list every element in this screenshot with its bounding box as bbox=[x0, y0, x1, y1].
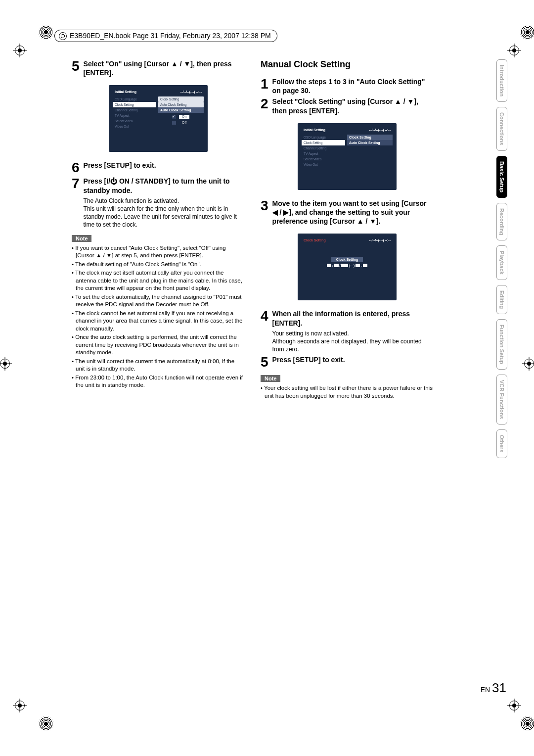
page-number: EN 31 bbox=[481, 680, 506, 696]
tab-introduction[interactable]: Introduction bbox=[496, 59, 507, 102]
osd-menu-item: Select Video bbox=[302, 156, 345, 162]
tab-editing[interactable]: Editing bbox=[496, 285, 507, 314]
note-item: The clock cannot be set automatically if… bbox=[72, 310, 245, 333]
osd-menu-item: Channel Setting bbox=[302, 145, 345, 151]
step-7: 7 Press [I/⏻ ON / STANDBY] to turn the u… bbox=[72, 177, 245, 229]
osd-time: --/--/--(---) --:-- bbox=[369, 128, 391, 132]
note-item: Your clock setting will be lost if eithe… bbox=[261, 384, 434, 400]
note-item: To set the clock automatically, the chan… bbox=[72, 293, 245, 309]
osd-menu-item: Channel Setting bbox=[113, 107, 156, 113]
section-title: Manual Clock Setting bbox=[261, 59, 434, 71]
crop-mark bbox=[15, 46, 25, 55]
osd-off-label: Off bbox=[179, 121, 189, 125]
osd-menu-item: Select Video bbox=[113, 118, 156, 124]
step-number: 5 bbox=[72, 59, 80, 77]
osd-sub-item: Auto Clock Setting bbox=[158, 102, 204, 107]
step-number: 5 bbox=[261, 355, 268, 369]
mid-crop-mark bbox=[0, 359, 10, 369]
step-1: 1 Follow the steps 1 to 3 in "Auto Clock… bbox=[261, 77, 434, 95]
step-body-text: The Auto Clock function is activated. Th… bbox=[84, 197, 245, 229]
step-title: Follow the steps 1 to 3 in "Auto Clock S… bbox=[272, 77, 434, 95]
step-title: Press [SETUP] to exit. bbox=[272, 355, 434, 364]
osd-menu-item: Clock Setting bbox=[113, 102, 156, 107]
side-tabs: Introduction Connections Basic Setup Rec… bbox=[496, 59, 510, 463]
step-3: 3 Move to the item you want to set using… bbox=[261, 199, 434, 226]
page-number-value: 31 bbox=[492, 680, 506, 695]
tab-others[interactable]: Others bbox=[496, 429, 507, 458]
note-item: The unit will correct the current time a… bbox=[72, 358, 245, 373]
osd-on-label: On bbox=[179, 115, 189, 119]
print-target-icon bbox=[39, 716, 53, 731]
check-icon: ✔ bbox=[172, 115, 176, 119]
note-label: Note bbox=[261, 375, 280, 382]
mid-crop-mark bbox=[524, 359, 534, 369]
osd-auto-clock-screen: Initial Setting --/--/--(---) --:-- OSD … bbox=[109, 85, 208, 152]
right-column: Manual Clock Setting 1 Follow the steps … bbox=[261, 59, 434, 401]
osd-panel-item: Clock Setting bbox=[347, 135, 393, 140]
osd-menu-item: TV Aspect bbox=[302, 151, 345, 156]
step-number: 3 bbox=[261, 199, 268, 226]
osd-menu-item: Video Out bbox=[113, 124, 156, 129]
osd-panel-item: Auto Clock Setting bbox=[347, 140, 393, 145]
step-title: When all the information is entered, pre… bbox=[272, 309, 434, 327]
note-list: Your clock setting will be lost if eithe… bbox=[261, 384, 434, 400]
osd-menu-item: OSD Language bbox=[113, 96, 156, 102]
note-item: Once the auto clock setting is performed… bbox=[72, 333, 245, 357]
note-label: Note bbox=[72, 235, 91, 242]
step-number: 4 bbox=[261, 309, 268, 353]
step-number: 6 bbox=[72, 161, 80, 175]
osd-title: Initial Setting bbox=[115, 90, 136, 94]
osd-title: Clock Setting bbox=[304, 238, 326, 242]
osd-title: Initial Setting bbox=[304, 128, 325, 132]
note-item: The clock may set itself automatically a… bbox=[72, 269, 245, 292]
step-6: 6 Press [SETUP] to exit. bbox=[72, 161, 245, 175]
tab-basic-setup[interactable]: Basic Setup bbox=[496, 156, 507, 198]
note-list: If you want to cancel "Auto Clock Settin… bbox=[72, 244, 245, 389]
note-item: The default setting of "Auto Clock Setti… bbox=[72, 261, 245, 269]
osd-clock-header: Clock Setting bbox=[331, 257, 363, 262]
osd-menu-item: TV Aspect bbox=[113, 113, 156, 118]
osd-menu-item: OSD Language bbox=[302, 135, 345, 140]
tab-playback[interactable]: Playback bbox=[496, 245, 507, 280]
print-target-icon bbox=[39, 25, 53, 40]
step-5: 5 Select "On" using [Cursor ▲ / ▼], then… bbox=[72, 59, 245, 77]
osd-panel-header: Auto Clock Setting bbox=[158, 107, 204, 113]
crop-mark bbox=[15, 701, 25, 710]
step-title: Move to the item you want to set using [… bbox=[272, 199, 434, 226]
step-2: 2 Select "Clock Setting" using [Cursor ▲… bbox=[261, 97, 434, 115]
step-number: 2 bbox=[261, 97, 268, 115]
page-label: EN bbox=[481, 686, 490, 694]
print-target-icon bbox=[520, 716, 534, 731]
osd-clock-value: -- / -- / ---- (---) -- : -- bbox=[302, 264, 393, 267]
osd-clock-select-screen: Initial Setting --/--/--(---) --:-- OSD … bbox=[298, 123, 397, 190]
note-item: If you want to cancel "Auto Clock Settin… bbox=[72, 244, 245, 260]
step-title: Press [SETUP] to exit. bbox=[84, 161, 245, 170]
osd-menu-item: Video Out bbox=[302, 162, 345, 167]
step-5b: 5 Press [SETUP] to exit. bbox=[261, 355, 434, 369]
step-number: 7 bbox=[72, 177, 80, 229]
osd-time: --/--/--(---) --:-- bbox=[369, 238, 391, 242]
tab-recording[interactable]: Recording bbox=[496, 203, 507, 240]
note-item: From 23:00 to 1:00, the Auto Clock funct… bbox=[72, 374, 245, 389]
step-4: 4 When all the information is entered, p… bbox=[261, 309, 434, 353]
print-target-icon bbox=[520, 25, 534, 40]
tab-connections[interactable]: Connections bbox=[496, 107, 507, 151]
tab-vcr-functions[interactable]: VCR Functions bbox=[496, 375, 507, 425]
step-body-text: Your setting is now activated. Although … bbox=[272, 330, 434, 354]
check-icon bbox=[172, 121, 176, 125]
step-number: 1 bbox=[261, 77, 268, 95]
step-title: Select "Clock Setting" using [Cursor ▲ /… bbox=[272, 97, 434, 115]
tab-function-setup[interactable]: Function Setup bbox=[496, 319, 507, 370]
step-title: Select "On" using [Cursor ▲ / ▼], then p… bbox=[84, 59, 245, 77]
step-title: Press [I/⏻ ON / STANDBY] to turn the uni… bbox=[84, 177, 245, 194]
osd-clock-edit-screen: Clock Setting --/--/--(---) --:-- Clock … bbox=[298, 234, 397, 300]
crop-mark bbox=[509, 46, 519, 55]
left-column: 5 Select "On" using [Cursor ▲ / ▼], then… bbox=[72, 59, 245, 401]
crop-mark bbox=[509, 701, 519, 710]
page-meta: E3B90ED_EN.book Page 31 Friday, February… bbox=[54, 30, 277, 42]
osd-time: --/--/--(---) --:-- bbox=[180, 90, 202, 94]
osd-menu-item: Clock Setting bbox=[302, 140, 345, 145]
osd-sub-item: Clock Setting bbox=[158, 96, 204, 102]
